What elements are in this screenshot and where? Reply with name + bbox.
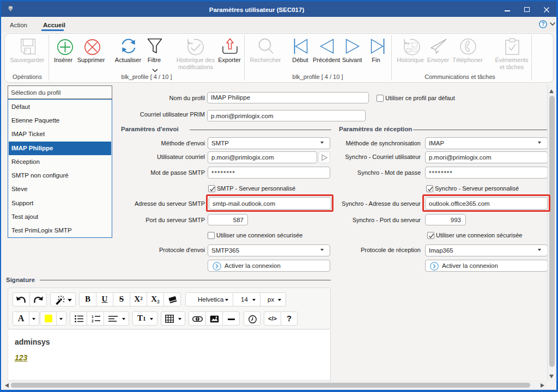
svg-text:1: 1 — [92, 315, 94, 318]
svg-text:?: ? — [541, 21, 544, 27]
svg-text:2: 2 — [92, 319, 94, 323]
